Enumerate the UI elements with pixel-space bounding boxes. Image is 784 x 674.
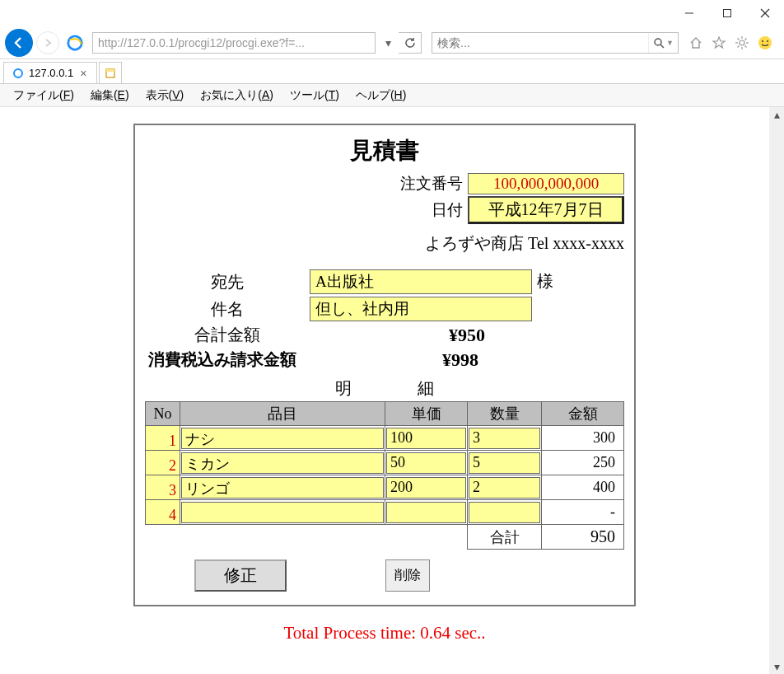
total-value: 950 [542,525,624,550]
process-time: Total Process time: 0.64 sec.. [0,623,769,644]
svg-point-19 [14,69,22,77]
search-button[interactable]: ▼ [648,33,678,53]
items-table: No 品目 単価 数量 金額 1 ナシ 100 3 [145,401,624,550]
vertical-scrollbar[interactable]: ▴ ▾ [769,107,784,674]
search-input[interactable] [432,36,648,49]
modify-button[interactable]: 修正 [194,559,287,592]
refresh-button[interactable] [399,32,422,54]
to-label: 宛先 [145,271,310,293]
tab-close-icon[interactable]: × [78,67,88,80]
taxsum-value: ¥998 [296,349,624,371]
cell-qty[interactable]: 3 [469,428,540,449]
shop-info: よろずや商店 Tel xxxx-xxxx [145,232,624,255]
cell-amount: 300 [542,426,624,451]
svg-line-15 [745,38,747,40]
scroll-down-icon[interactable]: ▾ [769,659,784,674]
subject-field[interactable]: 但し、社内用 [310,297,532,321]
svg-point-7 [740,40,744,45]
cell-no: 4 [146,500,180,525]
cell-qty[interactable] [469,502,540,523]
new-tab-button[interactable] [99,62,122,83]
cell-qty[interactable]: 2 [469,477,540,498]
home-icon[interactable] [687,34,705,52]
menu-edit[interactable]: 編集(E) [82,86,138,105]
svg-line-13 [745,45,747,47]
menu-favorites[interactable]: お気に入り(A) [192,86,282,105]
order-no-field[interactable]: 100,000,000,000 [468,173,624,194]
cell-no: 2 [146,451,180,475]
forward-button [36,31,59,54]
menu-view[interactable]: 表示(V) [138,86,193,105]
total-label: 合計 [468,525,542,550]
cell-amount: 250 [542,451,624,475]
ie-logo-icon [66,34,84,52]
menu-tools[interactable]: ツール(T) [282,86,348,105]
subject-label: 件名 [145,298,310,321]
to-suffix: 様 [537,272,553,290]
table-row: 2 ミカン 50 5 250 [146,451,624,475]
cell-item[interactable] [181,502,384,523]
svg-point-16 [758,36,772,49]
svg-line-6 [660,44,664,48]
maximize-button[interactable] [708,0,746,26]
address-bar[interactable]: http://127.0.0.1/procgi12/procgi.exe?f=.… [92,32,376,54]
sum-value: ¥950 [310,325,624,346]
cell-item[interactable]: ミカン [181,452,384,474]
quotation-document: 見積書 注文番号 100,000,000,000 日付 平成12年7月7日 よろ… [133,124,636,606]
cell-amount: 400 [542,475,624,500]
cell-amount: - [542,500,624,525]
browser-tab[interactable]: 127.0.0.1 × [3,62,97,83]
cell-item[interactable]: ナシ [181,428,384,449]
cell-price[interactable]: 50 [386,452,466,474]
delete-button[interactable]: 削除 [385,559,430,592]
date-field[interactable]: 平成12年7月7日 [468,196,624,224]
table-row: 3 リンゴ 200 2 400 [146,475,624,500]
tab-title: 127.0.0.1 [29,67,73,79]
svg-line-12 [738,38,740,40]
cell-price[interactable] [386,502,466,523]
th-qty: 数量 [468,402,542,426]
th-price: 単価 [385,402,468,426]
th-no: No [146,402,180,426]
sum-label: 合計金額 [145,324,310,346]
search-box[interactable]: ▼ [432,32,679,54]
scroll-up-icon[interactable]: ▴ [769,107,784,122]
detail-heading: 明細 [145,377,624,400]
doc-title: 見積書 [145,135,624,166]
th-item: 品目 [180,402,385,426]
svg-point-5 [655,39,661,45]
minimize-button[interactable] [670,0,708,26]
smiley-icon[interactable] [756,34,774,52]
favorites-icon[interactable] [710,34,728,52]
to-field[interactable]: A出版社 [310,269,532,294]
menu-help[interactable]: ヘルプ(H) [348,86,414,105]
table-row: 4 - [146,500,624,525]
svg-rect-21 [106,69,114,72]
order-no-label: 注文番号 [400,173,463,194]
svg-point-17 [762,40,763,42]
back-button[interactable] [5,29,33,57]
th-amount: 金額 [542,402,624,426]
date-label: 日付 [432,199,463,221]
close-button[interactable] [746,0,784,26]
table-row: 1 ナシ 100 3 300 [146,426,624,451]
ie-favicon-icon [12,68,24,79]
cell-price[interactable]: 200 [386,477,466,498]
svg-point-4 [68,35,82,49]
cell-price[interactable]: 100 [386,428,466,449]
svg-line-14 [738,45,740,47]
address-dropdown-icon[interactable]: ▾ [380,36,395,49]
taxsum-label: 消費税込み請求金額 [145,349,296,371]
svg-point-18 [767,40,768,42]
svg-rect-1 [724,10,731,17]
cell-no: 3 [146,475,180,500]
cell-qty[interactable]: 5 [469,452,540,474]
cell-no: 1 [146,426,180,451]
settings-icon[interactable] [733,34,751,52]
cell-item[interactable]: リンゴ [181,477,384,498]
total-row: 合計 950 [146,525,624,550]
menu-file[interactable]: ファイル(F) [5,86,82,105]
